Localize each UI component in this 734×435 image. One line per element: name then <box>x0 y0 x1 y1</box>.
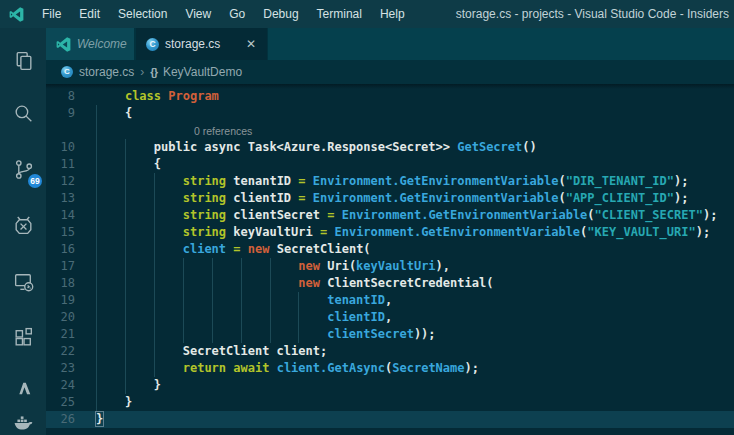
line-number: 25 <box>46 394 86 411</box>
code-text: string tenantID = Environment.GetEnviron… <box>86 173 688 190</box>
debug-icon[interactable] <box>0 203 46 247</box>
line-number: 24 <box>46 377 86 394</box>
csharp-file-icon: C <box>146 38 159 51</box>
code-line-20: 20 clientID, <box>46 309 734 326</box>
scm-badge: 69 <box>28 174 42 188</box>
code-text: } <box>86 377 161 394</box>
code-line-16: 16 client = new SecretClient( <box>46 241 734 258</box>
line-number: 19 <box>46 292 86 309</box>
code-line-12: 12 string tenantID = Environment.GetEnvi… <box>46 173 734 190</box>
line-number: 17 <box>46 258 86 275</box>
tab-storage-cs[interactable]: C storage.cs ✕ <box>136 28 268 60</box>
tab-welcome-label: Welcome <box>77 37 127 51</box>
tab-welcome[interactable]: Welcome <box>46 28 136 60</box>
code-line-21: 21 clientSecret)); <box>46 326 734 343</box>
code-line-17: 17 new Uri(keyVaultUri), <box>46 258 734 275</box>
menu-selection[interactable]: Selection <box>109 0 176 28</box>
line-number: 15 <box>46 224 86 241</box>
line-number: 12 <box>46 173 86 190</box>
explorer-icon[interactable] <box>0 38 46 82</box>
line-number: 21 <box>46 326 86 343</box>
code-text: string keyVaultUri = Environment.GetEnvi… <box>86 224 710 241</box>
code-line-22: 22 SecretClient client; <box>46 343 734 360</box>
docker-icon[interactable] <box>0 400 46 435</box>
breadcrumb: C storage.cs › {} KeyVaultDemo <box>46 60 734 84</box>
code-text: client = new SecretClient( <box>86 241 371 258</box>
line-number: 14 <box>46 207 86 224</box>
code-line-8: 8 class Program <box>46 88 734 105</box>
code-text: } <box>86 411 103 428</box>
line-number: 26 <box>46 411 86 428</box>
breadcrumb-file[interactable]: storage.cs <box>79 65 134 79</box>
code-line-11: 11 { <box>46 156 734 173</box>
code-text: return await client.GetAsync(SecretName)… <box>86 360 479 377</box>
code-text: { <box>86 156 161 173</box>
window-title: storage.cs - projects - Visual Studio Co… <box>456 7 734 21</box>
codelens-label: 0 references <box>86 122 252 139</box>
vscode-insiders-logo-icon <box>56 37 71 52</box>
code-text: { <box>86 105 132 122</box>
line-number <box>46 122 86 139</box>
menu-debug[interactable]: Debug <box>254 0 307 28</box>
code-text: SecretClient client; <box>86 343 327 360</box>
code-editor[interactable]: 8 class Program9 {0 references10 public … <box>46 84 734 435</box>
line-number: 23 <box>46 360 86 377</box>
menu-view[interactable]: View <box>176 0 220 28</box>
vscode-insiders-logo-icon <box>9 7 24 22</box>
code-line-10: 10 public async Task<Azure.Response<Secr… <box>46 139 734 156</box>
symbol-namespace-icon: {} <box>150 66 157 78</box>
code-line-9: 9 { <box>46 105 734 122</box>
line-number: 20 <box>46 309 86 326</box>
code-text: string clientID = Environment.GetEnviron… <box>86 190 688 207</box>
title-bar: File Edit Selection View Go Debug Termin… <box>0 0 734 28</box>
code-text: new Uri(keyVaultUri), <box>86 258 450 275</box>
menu-file[interactable]: File <box>33 0 70 28</box>
menu-bar: File Edit Selection View Go Debug Termin… <box>33 0 414 28</box>
code-line-24: 24 } <box>46 377 734 394</box>
line-number: 13 <box>46 190 86 207</box>
breadcrumb-symbol[interactable]: KeyVaultDemo <box>163 65 242 79</box>
code-text: } <box>86 394 132 411</box>
code-line-18: 18 new ClientSecretCredential( <box>46 275 734 292</box>
remote-explorer-icon[interactable] <box>0 259 46 303</box>
csharp-file-icon: C <box>61 66 73 78</box>
code-lines: 8 class Program9 {0 references10 public … <box>46 88 734 428</box>
code-line-23: 23 return await client.GetAsync(SecretNa… <box>46 360 734 377</box>
code-text: string clientSecret = Environment.GetEnv… <box>86 207 717 224</box>
code-text: clientSecret)); <box>86 326 436 343</box>
code-text: class Program <box>86 88 219 105</box>
tab-bar: Welcome C storage.cs ✕ <box>46 28 734 60</box>
code-line-14: 14 string clientSecret = Environment.Get… <box>46 207 734 224</box>
code-text: public async Task<Azure.Response<Secret>… <box>86 139 537 156</box>
source-control-icon[interactable]: 69 <box>0 147 46 191</box>
line-number: 10 <box>46 139 86 156</box>
line-number: 8 <box>46 88 86 105</box>
line-number: 16 <box>46 241 86 258</box>
code-line-13: 13 string clientID = Environment.GetEnvi… <box>46 190 734 207</box>
tab-storage-cs-label: storage.cs <box>165 37 220 51</box>
line-number: 18 <box>46 275 86 292</box>
activity-bar: 69 <box>0 28 46 435</box>
menu-help[interactable]: Help <box>371 0 414 28</box>
menu-terminal[interactable]: Terminal <box>308 0 371 28</box>
code-text: tenantID, <box>86 292 392 309</box>
codelens-row: 0 references <box>46 122 734 139</box>
code-text: clientID, <box>86 309 392 326</box>
code-line-26: 26} <box>46 411 734 428</box>
menu-go[interactable]: Go <box>220 0 254 28</box>
breadcrumb-separator: › <box>140 65 144 79</box>
line-number: 11 <box>46 156 86 173</box>
code-line-25: 25 } <box>46 394 734 411</box>
code-line-15: 15 string keyVaultUri = Environment.GetE… <box>46 224 734 241</box>
menu-edit[interactable]: Edit <box>70 0 109 28</box>
editor-group: Welcome C storage.cs ✕ C storage.cs › {}… <box>46 28 734 435</box>
line-number: 22 <box>46 343 86 360</box>
extensions-icon[interactable] <box>0 315 46 359</box>
search-icon[interactable] <box>0 91 46 135</box>
code-text: new ClientSecretCredential( <box>86 275 493 292</box>
line-number: 9 <box>46 105 86 122</box>
tab-close-icon[interactable]: ✕ <box>245 37 257 51</box>
code-line-19: 19 tenantID, <box>46 292 734 309</box>
